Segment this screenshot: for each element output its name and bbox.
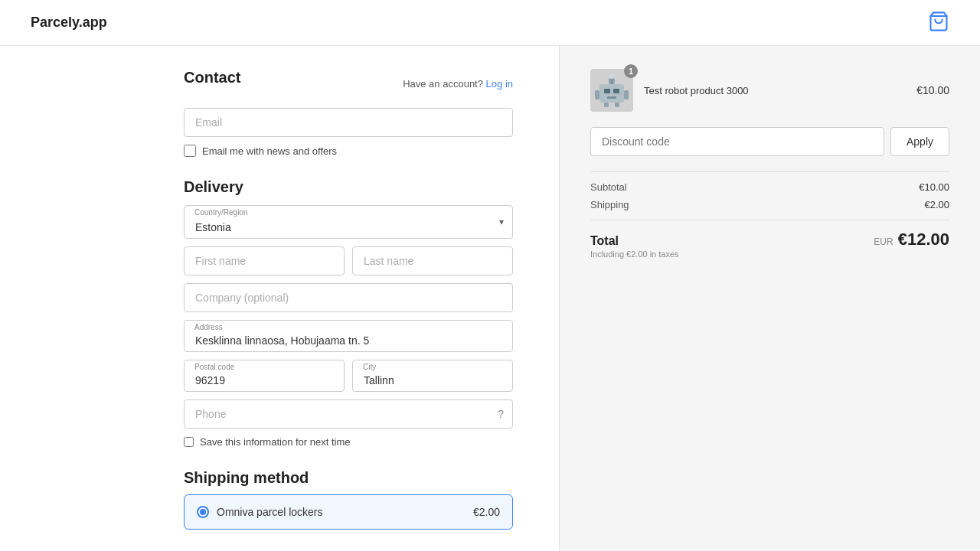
name-row: [184, 246, 513, 276]
svg-point-7: [609, 74, 614, 79]
subtotal-row: Subtotal €10.00: [590, 181, 949, 193]
svg-rect-9: [624, 90, 629, 99]
postal-code-input[interactable]: [184, 360, 345, 392]
radio-inner: [200, 509, 206, 515]
delivery-title: Delivery: [184, 178, 243, 195]
right-panel: 1 Test robot product 3000 €10.00 Apply S…: [559, 46, 980, 551]
total-value-group: EUR €12.00: [874, 230, 949, 249]
product-row: 1 Test robot product 3000 €10.00: [590, 69, 949, 112]
divider-2: [590, 220, 949, 220]
product-quantity-badge: 1: [624, 64, 638, 78]
top-bar: Parcely.app: [0, 0, 980, 46]
product-image-wrapper: 1: [590, 69, 633, 112]
have-account-text: Have an account? Log in: [403, 78, 513, 90]
save-info-checkbox[interactable]: [184, 437, 194, 447]
total-currency: EUR: [874, 236, 893, 247]
svg-rect-2: [604, 89, 610, 93]
address-wrapper: Address: [184, 320, 513, 352]
save-info-row: Save this information for next time: [184, 436, 513, 448]
newsletter-checkbox[interactable]: [184, 145, 196, 157]
divider-1: [590, 171, 949, 172]
postal-city-row: Postal code City: [184, 360, 513, 392]
subtotal-label: Subtotal: [590, 181, 627, 193]
shipping-method-section: Shipping method Omniva parcel lockers €2…: [184, 469, 513, 530]
svg-rect-8: [595, 90, 599, 99]
apply-discount-button[interactable]: Apply: [890, 127, 949, 156]
email-input[interactable]: [184, 108, 513, 137]
country-select[interactable]: Estonia Latvia Lithuania Finland: [184, 205, 513, 239]
svg-rect-4: [607, 96, 616, 99]
main-layout: Contact Have an account? Log in Email me…: [0, 46, 980, 551]
shipping-value: €2.00: [924, 199, 949, 210]
robot-icon: [593, 72, 630, 109]
tax-note: Including €2.00 in taxes: [590, 249, 679, 259]
svg-rect-3: [613, 89, 619, 93]
total-label-group: Total Including €2.00 in taxes: [590, 234, 679, 259]
svg-rect-10: [604, 103, 609, 107]
radio-selected-icon: [197, 506, 209, 518]
newsletter-label[interactable]: Email me with news and offers: [202, 145, 337, 157]
total-value: €12.00: [898, 230, 949, 249]
product-name: Test robot product 3000: [644, 85, 906, 96]
first-name-input[interactable]: [184, 246, 345, 276]
country-select-wrapper: Country/Region Estonia Latvia Lithuania …: [184, 205, 513, 239]
discount-code-input[interactable]: [590, 127, 884, 156]
cart-button[interactable]: [928, 11, 949, 34]
city-input[interactable]: [352, 360, 513, 392]
logo: Parcely.app: [31, 15, 107, 31]
address-group: Address: [184, 320, 513, 352]
svg-rect-11: [615, 103, 619, 107]
product-price: €10.00: [916, 84, 949, 96]
shipping-method-title: Shipping method: [184, 469, 309, 486]
total-label: Total: [590, 234, 679, 248]
city-wrapper: City: [352, 360, 513, 392]
last-name-input[interactable]: [352, 246, 513, 276]
country-group: Country/Region Estonia Latvia Lithuania …: [184, 205, 513, 239]
shipping-row: Shipping €2.00: [590, 199, 949, 210]
login-link[interactable]: Log in: [486, 78, 513, 90]
shipping-option-price: €2.00: [473, 506, 500, 518]
newsletter-row: Email me with news and offers: [184, 145, 513, 157]
discount-row: Apply: [590, 127, 949, 156]
shipping-option-omniva[interactable]: Omniva parcel lockers €2.00: [184, 494, 513, 530]
postal-wrapper: Postal code: [184, 360, 345, 392]
phone-wrapper: ?: [184, 399, 513, 429]
company-input[interactable]: [184, 283, 513, 312]
address-input[interactable]: [184, 320, 513, 352]
shipping-option-name: Omniva parcel lockers: [217, 506, 323, 518]
help-icon[interactable]: ?: [498, 408, 504, 420]
total-row: Total Including €2.00 in taxes EUR €12.0…: [590, 230, 949, 259]
contact-header: Contact Have an account? Log in: [184, 69, 513, 99]
contact-title: Contact: [184, 69, 240, 86]
shipping-option-label: Omniva parcel lockers: [197, 506, 323, 518]
left-panel: Contact Have an account? Log in Email me…: [0, 46, 559, 551]
shipping-label: Shipping: [590, 199, 629, 210]
phone-group: ?: [184, 399, 513, 429]
subtotal-value: €10.00: [919, 181, 949, 193]
svg-rect-1: [599, 84, 624, 103]
company-group: [184, 283, 513, 312]
save-info-label[interactable]: Save this information for next time: [200, 436, 351, 448]
delivery-section: Delivery Country/Region Estonia Latvia L…: [184, 178, 513, 448]
phone-input[interactable]: [184, 399, 513, 429]
